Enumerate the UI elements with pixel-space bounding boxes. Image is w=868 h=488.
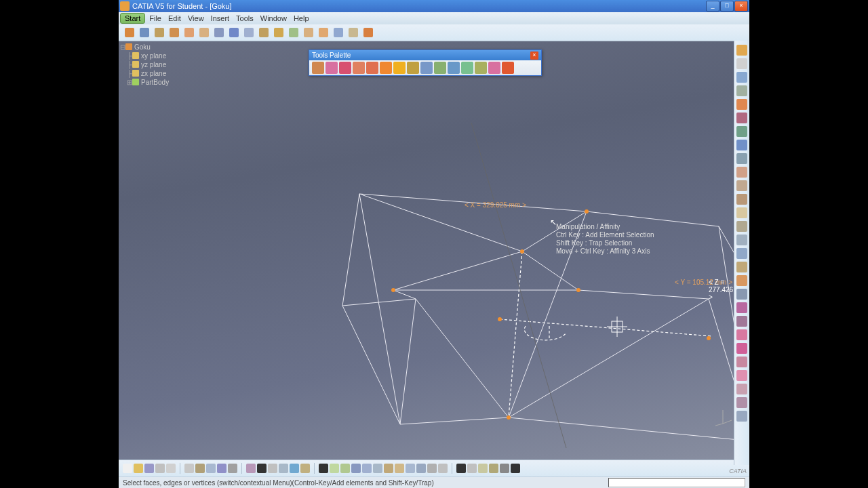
palette-tool-13[interactable]: [488, 62, 500, 74]
toolbar-button-16[interactable]: [361, 26, 375, 39]
menu-help[interactable]: Help: [294, 14, 309, 22]
menu-tools[interactable]: Tools: [236, 14, 254, 22]
bottom-tool-28[interactable]: [456, 464, 466, 473]
bottom-tool-25[interactable]: [416, 464, 426, 473]
palette-tool-6[interactable]: [393, 62, 406, 74]
close-button[interactable]: ×: [734, 1, 748, 12]
toolbar-button-15[interactable]: [347, 26, 360, 39]
toolbar-button-13[interactable]: [317, 26, 330, 39]
palette-tool-12[interactable]: [475, 62, 487, 74]
bottom-tool-8[interactable]: [217, 464, 226, 473]
toolbar-button-5[interactable]: [197, 26, 211, 39]
palette-tool-4[interactable]: [366, 62, 378, 74]
bottom-tool-5[interactable]: [184, 464, 194, 473]
toolbar-button-2[interactable]: [153, 26, 166, 39]
tree-item[interactable]: zx plane: [141, 70, 166, 77]
status-input[interactable]: [608, 478, 745, 487]
toolbar-button-14[interactable]: [332, 26, 345, 39]
side-tool-6[interactable]: [736, 126, 747, 137]
side-tool-23[interactable]: [736, 357, 747, 367]
bottom-tool-17[interactable]: [330, 464, 339, 473]
bottom-tool-26[interactable]: [427, 464, 437, 473]
tree-item[interactable]: yz plane: [141, 61, 166, 68]
side-tool-27[interactable]: [736, 411, 747, 422]
side-tool-2[interactable]: [736, 72, 747, 83]
side-tool-10[interactable]: [736, 180, 747, 191]
palette-tool-9[interactable]: [434, 62, 446, 74]
toolbar-button-12[interactable]: [302, 26, 315, 39]
bottom-tool-19[interactable]: [351, 464, 361, 473]
tools-palette[interactable]: Tools Palette×: [309, 49, 542, 76]
bottom-tool-7[interactable]: [206, 464, 216, 473]
side-tool-17[interactable]: [736, 275, 747, 286]
side-tool-15[interactable]: [736, 248, 747, 259]
bottom-tool-0[interactable]: [123, 464, 132, 473]
menu-file[interactable]: File: [149, 14, 161, 22]
tree-root[interactable]: Goku: [134, 43, 151, 51]
viewport-3d[interactable]: ⊟Goku ├xy plane ├yz plane ├zx plane ⊞Par…: [119, 41, 749, 460]
bottom-tool-12[interactable]: [268, 464, 277, 473]
tree-item[interactable]: PartBody: [141, 79, 169, 86]
bottom-tool-11[interactable]: [257, 464, 267, 473]
bottom-tool-10[interactable]: [246, 464, 256, 473]
toolbar-button-3[interactable]: [167, 26, 181, 39]
bottom-tool-27[interactable]: [438, 464, 448, 473]
side-tool-19[interactable]: [736, 302, 747, 313]
side-tool-3[interactable]: [736, 85, 747, 96]
menu-view[interactable]: View: [188, 14, 204, 22]
bottom-tool-22[interactable]: [384, 464, 393, 473]
toolbar-button-4[interactable]: [182, 26, 196, 39]
bottom-tool-4[interactable]: [166, 464, 176, 473]
side-tool-16[interactable]: [736, 262, 747, 272]
bottom-tool-23[interactable]: [395, 464, 404, 473]
side-tool-9[interactable]: [736, 167, 747, 178]
menu-window[interactable]: Window: [260, 14, 287, 22]
bottom-tool-3[interactable]: [155, 464, 165, 473]
minimize-button[interactable]: _: [706, 1, 719, 12]
palette-tool-3[interactable]: [353, 62, 365, 74]
bottom-tool-18[interactable]: [340, 464, 350, 473]
palette-tool-7[interactable]: [407, 62, 419, 74]
bottom-tool-29[interactable]: [467, 464, 477, 473]
palette-tool-5[interactable]: [380, 62, 392, 74]
bottom-tool-1[interactable]: [134, 464, 143, 473]
side-tool-13[interactable]: [736, 221, 747, 232]
side-tool-14[interactable]: [736, 235, 747, 245]
bottom-tool-21[interactable]: [373, 464, 382, 473]
side-tool-12[interactable]: [736, 207, 747, 218]
side-tool-21[interactable]: [736, 329, 747, 340]
toolbar-button-6[interactable]: [212, 26, 226, 39]
toolbar-button-8[interactable]: [242, 26, 256, 39]
compass-icon[interactable]: [713, 407, 733, 427]
bottom-tool-2[interactable]: [144, 464, 154, 473]
side-tool-7[interactable]: [736, 140, 747, 150]
toolbar-button-7[interactable]: [227, 26, 241, 39]
tree-item[interactable]: xy plane: [141, 52, 166, 60]
palette-tool-10[interactable]: [448, 62, 460, 74]
bottom-tool-15[interactable]: [300, 464, 310, 473]
bottom-tool-30[interactable]: [478, 464, 488, 473]
palette-close-icon[interactable]: ×: [530, 52, 538, 60]
bottom-tool-14[interactable]: [290, 464, 299, 473]
palette-tool-8[interactable]: [420, 62, 433, 74]
palette-tool-11[interactable]: [461, 62, 473, 74]
maximize-button[interactable]: □: [720, 1, 734, 12]
spec-tree[interactable]: ⊟Goku ├xy plane ├yz plane ├zx plane ⊞Par…: [120, 43, 169, 87]
side-tool-11[interactable]: [736, 194, 747, 205]
bottom-tool-33[interactable]: [511, 464, 520, 473]
palette-tool-2[interactable]: [339, 62, 351, 74]
side-tool-22[interactable]: [736, 343, 747, 354]
side-tool-5[interactable]: [736, 113, 747, 123]
bottom-tool-13[interactable]: [279, 464, 288, 473]
side-tool-24[interactable]: [736, 370, 747, 381]
bottom-tool-31[interactable]: [489, 464, 498, 473]
side-tool-18[interactable]: [736, 289, 747, 300]
palette-tool-1[interactable]: [326, 62, 338, 74]
side-tool-0[interactable]: [736, 45, 747, 56]
side-tool-1[interactable]: [736, 58, 747, 69]
toolbar-button-0[interactable]: [123, 26, 136, 39]
palette-tool-14[interactable]: [502, 62, 514, 74]
side-tool-4[interactable]: [736, 99, 747, 110]
toolbar-button-11[interactable]: [287, 26, 300, 39]
toolbar-button-10[interactable]: [272, 26, 285, 39]
